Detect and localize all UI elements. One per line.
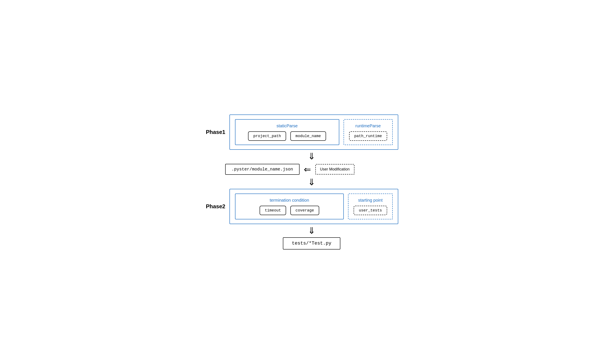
starting-point-label: starting point — [353, 198, 387, 203]
arrow-down-2: ⇓ — [308, 178, 315, 187]
termination-condition-items: timeout coverage — [240, 206, 339, 215]
runtime-parse-items: path_runtime — [349, 131, 387, 141]
timeout-item: timeout — [260, 206, 286, 215]
static-parse-box: staticParse project_path module_name — [235, 119, 339, 145]
runtime-parse-box: runtimeParse path_runtime — [344, 119, 393, 145]
termination-condition-label: termination condition — [240, 198, 339, 203]
arrow-left-icon: ⇐ — [304, 164, 311, 174]
arrow-down-3: ⇓ — [308, 226, 315, 235]
phase2-wrapper: Phase2 termination condition timeout cov… — [206, 189, 398, 224]
coverage-item: coverage — [290, 206, 319, 215]
phase1-wrapper: Phase1 staticParse project_path module_n… — [206, 114, 398, 150]
user-tests-item: user_tests — [353, 206, 387, 215]
file-box: .pyster/module_name.json — [225, 164, 300, 175]
starting-point-box: starting point user_tests — [348, 194, 392, 219]
user-modification-box: User Modification — [315, 164, 354, 175]
diagram-container: Phase1 staticParse project_path module_n… — [206, 114, 398, 250]
arrow-down-1: ⇓ — [308, 152, 315, 161]
project-path-item: project_path — [248, 131, 286, 141]
termination-condition-box: termination condition timeout coverage — [235, 194, 344, 219]
static-parse-items: project_path module_name — [240, 131, 334, 141]
phase2-outer-box: termination condition timeout coverage s… — [229, 189, 398, 224]
phase1-outer-box: staticParse project_path module_name run… — [229, 114, 398, 150]
output-box: tests/*Test.py — [283, 237, 340, 250]
phase2-label: Phase2 — [206, 203, 225, 210]
middle-row: .pyster/module_name.json ⇐ User Modifica… — [206, 164, 398, 175]
output-row: tests/*Test.py — [283, 237, 340, 250]
starting-point-items: user_tests — [353, 206, 387, 215]
module-name-item: module_name — [290, 131, 326, 141]
runtime-parse-label: runtimeParse — [349, 124, 387, 128]
static-parse-label: staticParse — [240, 124, 334, 128]
phase1-label: Phase1 — [206, 129, 225, 136]
path-runtime-item: path_runtime — [349, 131, 387, 141]
